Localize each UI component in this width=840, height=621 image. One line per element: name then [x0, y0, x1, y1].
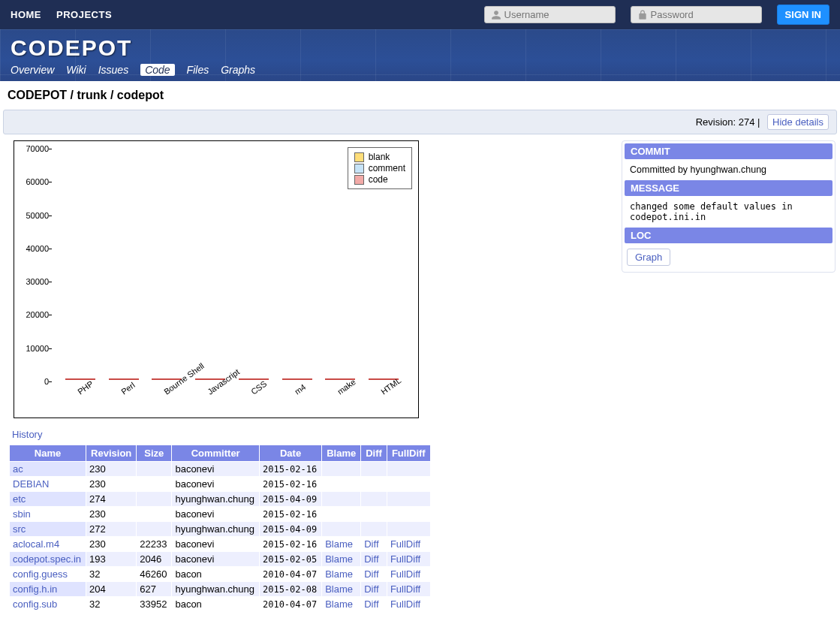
- xlabel: Perl: [119, 381, 137, 396]
- hide-details-button[interactable]: Hide details: [767, 114, 829, 130]
- blame-link[interactable]: Blame: [325, 568, 353, 580]
- top-nav: HOME PROJECTS: [11, 9, 112, 20]
- legend-code: code: [354, 174, 405, 185]
- table-row: DEBIAN230baconevi2015-02-16: [10, 477, 431, 492]
- ytick: 20000: [14, 310, 49, 319]
- file-link[interactable]: config.sub: [13, 598, 57, 610]
- fulldiff-link[interactable]: FullDiff: [390, 538, 420, 550]
- blame-link[interactable]: Blame: [325, 583, 353, 595]
- message-header: MESSAGE: [625, 180, 832, 196]
- lock-icon: [637, 10, 648, 20]
- xlabel: make: [336, 377, 357, 396]
- diff-link[interactable]: Diff: [364, 538, 378, 550]
- file-link[interactable]: aclocal.m4: [13, 538, 59, 550]
- file-link[interactable]: config.guess: [13, 568, 68, 580]
- chart-legend: blankcommentcode: [348, 147, 412, 189]
- fulldiff-link[interactable]: FullDiff: [390, 553, 420, 565]
- password-field-wrap[interactable]: [631, 6, 762, 23]
- ytick: 60000: [14, 177, 49, 186]
- username-input[interactable]: [504, 9, 609, 20]
- table-row: src272hyunghwan.chung2015-04-09: [10, 522, 431, 537]
- subnav-graphs[interactable]: Graphs: [221, 64, 255, 76]
- loc-header: LOC: [625, 228, 832, 243]
- subnav-code[interactable]: Code: [140, 64, 174, 76]
- loc-chart: PHPPerlBourne ShellJavascriptCSSm4makeHT…: [14, 140, 419, 418]
- fulldiff-link[interactable]: FullDiff: [390, 583, 420, 595]
- table-row: codepot.spec.in1932046baconevi2015-02-05…: [10, 552, 431, 567]
- xlabel: Javascript: [206, 367, 241, 396]
- file-link[interactable]: etc: [13, 493, 26, 505]
- ytick: 30000: [14, 277, 49, 286]
- ytick: 0: [14, 377, 49, 386]
- col-name: Name: [10, 445, 86, 462]
- revision-bar: Revision: 274 | Hide details: [3, 110, 837, 134]
- nav-projects[interactable]: PROJECTS: [56, 9, 112, 20]
- col-fulldiff: FullDiff: [387, 445, 430, 462]
- details-sidebar: COMMIT Committed by hyunghwan.chung MESS…: [622, 140, 835, 273]
- file-link[interactable]: ac: [13, 463, 23, 475]
- revision-number: 274: [739, 116, 755, 128]
- file-link[interactable]: src: [13, 523, 26, 535]
- xlabel: m4: [293, 382, 307, 396]
- file-table: NameRevisionSizeCommitterDateBlameDiffFu…: [9, 445, 431, 612]
- blame-link[interactable]: Blame: [325, 538, 353, 550]
- blame-link[interactable]: Blame: [325, 598, 353, 610]
- table-row: config.h.in204627hyunghwan.chung2015-02-…: [10, 582, 431, 597]
- diff-link[interactable]: Diff: [364, 583, 378, 595]
- fulldiff-link[interactable]: FullDiff: [390, 598, 420, 610]
- commit-body: Committed by hyunghwan.chung: [624, 160, 833, 179]
- logo: CODEPOT: [11, 35, 829, 61]
- col-size: Size: [137, 445, 172, 462]
- revision-label: Revision:: [696, 116, 736, 128]
- password-input[interactable]: [651, 9, 755, 20]
- col-date: Date: [259, 445, 321, 462]
- table-row: aclocal.m423022233baconevi2015-02-16Blam…: [10, 537, 431, 552]
- topbar: HOME PROJECTS SIGN IN: [0, 0, 840, 29]
- table-row: ac230baconevi2015-02-16: [10, 462, 431, 477]
- table-row: etc274hyunghwan.chung2015-04-09: [10, 492, 431, 507]
- col-diff: Diff: [361, 445, 387, 462]
- file-link[interactable]: codepot.spec.in: [13, 553, 81, 565]
- legend-comment: comment: [354, 163, 405, 173]
- subnav-overview[interactable]: Overview: [11, 64, 54, 76]
- signin-button[interactable]: SIGN IN: [777, 5, 829, 25]
- ytick: 40000: [14, 244, 49, 253]
- graph-button[interactable]: Graph: [627, 249, 670, 266]
- banner: CODEPOT OverviewWikiIssuesCodeFilesGraph…: [0, 29, 840, 81]
- diff-link[interactable]: Diff: [364, 598, 378, 610]
- file-link[interactable]: DEBIAN: [13, 478, 49, 490]
- subnav: OverviewWikiIssuesCodeFilesGraphs: [11, 64, 829, 76]
- nav-home[interactable]: HOME: [11, 9, 41, 20]
- commit-header: COMMIT: [625, 143, 832, 159]
- table-row: config.guess3246260bacon2010-04-07BlameD…: [10, 567, 431, 582]
- table-row: config.sub3233952bacon2010-04-07BlameDif…: [10, 597, 431, 612]
- col-blame: Blame: [322, 445, 361, 462]
- history-link[interactable]: History: [12, 429, 42, 440]
- col-revision: Revision: [86, 445, 137, 462]
- file-link[interactable]: sbin: [13, 508, 31, 520]
- ytick: 70000: [14, 144, 49, 153]
- subnav-issues[interactable]: Issues: [98, 64, 128, 76]
- breadcrumb: CODEPOT / trunk / codepot: [0, 81, 840, 107]
- file-link[interactable]: config.h.in: [13, 583, 57, 595]
- legend-blank: blank: [354, 152, 405, 162]
- blame-link[interactable]: Blame: [325, 553, 353, 565]
- subnav-wiki[interactable]: Wiki: [66, 64, 86, 76]
- ytick: 10000: [14, 344, 49, 353]
- username-field-wrap[interactable]: [484, 6, 616, 23]
- ytick: 50000: [14, 211, 49, 220]
- xlabel: PHP: [76, 379, 95, 396]
- subnav-files[interactable]: Files: [187, 64, 209, 76]
- fulldiff-link[interactable]: FullDiff: [390, 568, 420, 580]
- diff-link[interactable]: Diff: [364, 553, 378, 565]
- user-icon: [491, 10, 501, 20]
- table-row: sbin230baconevi2015-02-16: [10, 507, 431, 522]
- col-committer: Committer: [172, 445, 260, 462]
- diff-link[interactable]: Diff: [364, 568, 378, 580]
- xlabel: Bourne Shell: [162, 361, 206, 396]
- message-body: changed some default values in codepot.i…: [624, 197, 833, 227]
- xlabel: HTML: [379, 375, 402, 396]
- xlabel: CSS: [249, 379, 268, 396]
